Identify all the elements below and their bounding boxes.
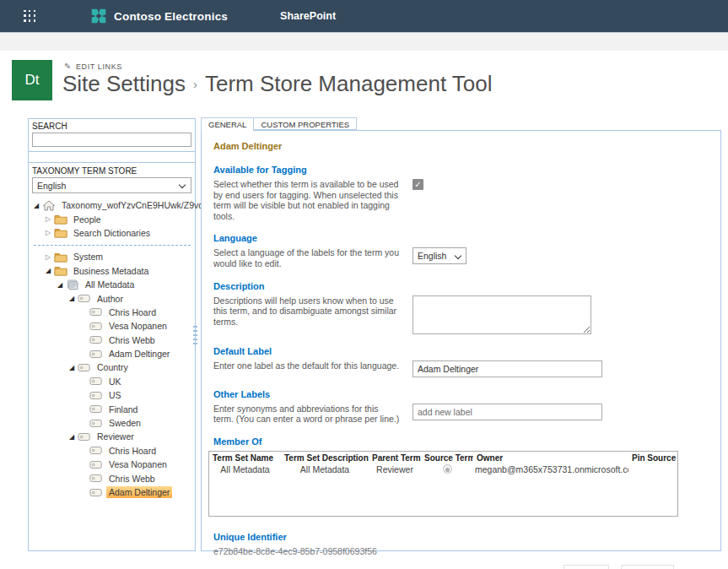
page-title: Site Settings›Term Store Management Tool: [62, 71, 493, 97]
tree-node[interactable]: Chris Hoard: [32, 306, 193, 319]
other-labels-input[interactable]: [413, 404, 602, 420]
tree-node[interactable]: ▷System: [32, 250, 193, 263]
tag-icon: [89, 349, 106, 360]
taxonomy-tree: ◢Taxonomy_wofYzvCnE9HUwk/Z9vqHQQ==▷Peopl…: [29, 193, 195, 499]
expanded-triangle-icon[interactable]: ◢: [32, 202, 40, 209]
site-logo-tile[interactable]: Dt: [12, 60, 52, 100]
pencil-icon: ✎: [64, 62, 72, 71]
tree-node-label[interactable]: Vesa Nopanen: [106, 458, 170, 470]
header-band: [0, 32, 728, 51]
tree-node[interactable]: Vesa Nopanen: [32, 458, 193, 471]
tree-node[interactable]: ▷Search Dictionaries: [32, 226, 193, 240]
tree-node[interactable]: ◢All Metadata: [32, 278, 193, 291]
collapsed-triangle-icon[interactable]: ▷: [44, 229, 52, 236]
member-of-table: Term Set NameTerm Set DescriptionParent …: [208, 451, 678, 517]
default-label-input[interactable]: [413, 360, 602, 377]
tag-icon: [89, 321, 106, 332]
member-of-column-header: Source Term: [421, 452, 473, 463]
tree-node[interactable]: Adam Deltinger: [32, 347, 193, 360]
tree-node-label[interactable]: Author: [94, 293, 126, 305]
collapsed-triangle-icon[interactable]: ▷: [44, 215, 52, 223]
tab-custom-properties[interactable]: CUSTOM PROPERTIES: [254, 117, 357, 130]
panel-resize-grip[interactable]: [193, 326, 197, 344]
tree-node-label[interactable]: People: [71, 214, 104, 225]
member-of-cell: All Metadata: [209, 463, 281, 475]
expanded-triangle-icon[interactable]: ◢: [56, 281, 64, 289]
tag-icon: [89, 445, 106, 456]
member-of-column-header: Owner: [473, 452, 628, 463]
tree-node[interactable]: Finland: [32, 402, 193, 415]
tag-icon: [89, 487, 106, 498]
tree-node-label[interactable]: UK: [106, 376, 124, 387]
tree-node[interactable]: Adam Deltinger: [32, 485, 193, 499]
tree-node[interactable]: Chris Webb: [32, 333, 193, 347]
tree-node-label[interactable]: System: [71, 251, 105, 263]
tree-node[interactable]: Chris Hoard: [32, 444, 193, 458]
tree-node-label[interactable]: Chris Webb: [106, 334, 158, 346]
tree-node[interactable]: Vesa Nopanen: [32, 319, 193, 333]
tree-node-label[interactable]: All Metadata: [83, 279, 137, 290]
tree-node[interactable]: US: [32, 388, 193, 402]
section-heading: Other Labels: [213, 389, 720, 399]
tree-node-label[interactable]: Chris Hoard: [106, 306, 159, 318]
tree-node[interactable]: Sweden: [32, 416, 193, 430]
tag-icon: [89, 390, 106, 401]
tree-node-label[interactable]: Adam Deltinger: [106, 486, 172, 498]
tree-node[interactable]: ◢Country: [32, 360, 193, 374]
save-button[interactable]: Save: [564, 565, 609, 569]
term-title: Adam Deltinger: [213, 141, 720, 151]
detail-tabs: GENERAL CUSTOM PROPERTIES: [201, 117, 357, 131]
language-select-value: English: [37, 181, 66, 191]
tree-node[interactable]: ◢Business Metadata: [32, 264, 193, 278]
section-language: Language Select a language of the labels…: [213, 233, 720, 268]
tag-icon: [89, 376, 106, 387]
tab-general[interactable]: GENERAL: [201, 117, 254, 131]
expanded-triangle-icon[interactable]: ◢: [67, 364, 76, 371]
tree-node[interactable]: ▷People: [32, 212, 193, 225]
chevron-down-icon: [179, 182, 186, 188]
app-launcher-icon[interactable]: [24, 10, 36, 23]
section-description: Select whether this term is available to…: [213, 179, 401, 221]
tree-node-label[interactable]: Finland: [106, 404, 140, 415]
tree-node-label[interactable]: Chris Hoard: [106, 445, 159, 457]
tree-node-label[interactable]: Adam Deltinger: [106, 348, 172, 360]
search-results-strip: [29, 152, 195, 163]
tree-node-label[interactable]: Search Dictionaries: [71, 227, 153, 239]
tree-node-label[interactable]: US: [106, 389, 124, 401]
member-of-column-header: Parent Term: [369, 452, 421, 463]
search-input[interactable]: [32, 133, 191, 147]
folder-icon: [54, 227, 71, 238]
tree-node-label[interactable]: Business Metadata: [71, 265, 151, 277]
tree-node-label[interactable]: Reviewer: [94, 431, 137, 442]
available-for-tagging-checkbox[interactable]: ✓: [413, 179, 423, 190]
breadcrumb-site-settings[interactable]: Site Settings: [62, 71, 186, 96]
section-heading: Description: [213, 281, 720, 291]
cancel-button[interactable]: Cancel: [621, 565, 674, 569]
tree-node[interactable]: UK: [32, 375, 193, 388]
section-description: Descriptions will help users know when t…: [213, 295, 401, 328]
tree-node-label[interactable]: Country: [94, 361, 131, 373]
tree-node-label[interactable]: Sweden: [106, 417, 143, 429]
folder-icon: [54, 252, 71, 263]
source-term-radio[interactable]: [443, 464, 452, 474]
description-textarea[interactable]: [413, 295, 591, 334]
tree-node-label[interactable]: Vesa Nopanen: [106, 320, 170, 332]
product-link[interactable]: SharePoint: [280, 10, 336, 22]
section-heading: Available for Tagging: [213, 165, 720, 175]
collapsed-triangle-icon[interactable]: ▷: [44, 253, 52, 261]
edit-links-button[interactable]: ✎ EDIT LINKS: [64, 62, 122, 71]
tree-node-label[interactable]: Chris Webb: [106, 473, 158, 485]
tree-node[interactable]: ◢Taxonomy_wofYzvCnE9HUwk/Z9vqHQQ==: [32, 198, 193, 212]
expanded-triangle-icon[interactable]: ◢: [67, 295, 76, 302]
taxonomy-sidebar: SEARCH TAXONOMY TERM STORE English ◢Taxo…: [28, 118, 196, 551]
term-language-select[interactable]: English: [413, 247, 466, 264]
member-of-cell: All Metadata: [281, 463, 369, 475]
language-select[interactable]: English: [32, 177, 191, 193]
expanded-triangle-icon[interactable]: ◢: [67, 433, 76, 441]
tree-node[interactable]: Chris Webb: [32, 471, 193, 485]
member-of-cell: Reviewer: [369, 463, 421, 475]
tree-node[interactable]: ◢Author: [32, 291, 193, 305]
tree-node[interactable]: ◢Reviewer: [32, 430, 193, 443]
home-icon: [42, 200, 59, 211]
expanded-triangle-icon[interactable]: ◢: [44, 267, 52, 274]
